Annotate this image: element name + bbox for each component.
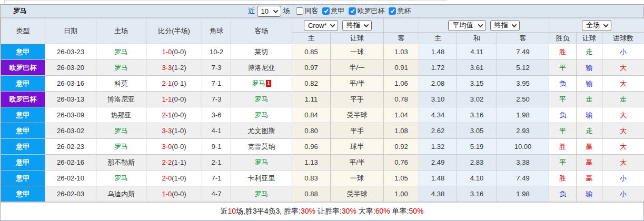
result-goals-cell: 小 <box>602 170 644 186</box>
date-cell: 26-03-16 <box>45 76 96 92</box>
summary-part: 单率: <box>390 207 409 215</box>
table-header-top-row: 类型 日期 主场 比分(半场) 角球 客场 Crow* 终指 <box>1 18 644 33</box>
away-team-cell: 莱切 <box>231 44 292 60</box>
checkbox-checked-icon[interactable] <box>349 7 356 15</box>
crow-away-odds: 1.04 <box>384 107 419 123</box>
result-wdl-cell: 胜 <box>549 170 577 186</box>
halftime-score: (0-1) <box>172 79 186 87</box>
avg-away-odds: 5.12 <box>497 60 549 76</box>
chevron-down-icon <box>364 22 369 27</box>
recent-count-select[interactable]: 10 <box>257 6 281 17</box>
match-history-table: 类型 日期 主场 比分(半场) 角球 客场 Crow* 终指 <box>1 18 644 202</box>
bookmaker-select[interactable]: Crow* <box>304 20 338 31</box>
recent-count-value: 10 <box>261 7 269 15</box>
date-cell: 26-03-20 <box>45 60 96 76</box>
checkbox-checked-icon[interactable] <box>322 7 330 15</box>
sub-header-avg-away: 客 <box>497 33 549 44</box>
recent-matches-link[interactable]: 近 <box>248 6 255 16</box>
result-goals-cell: 大 <box>602 60 644 76</box>
home-team-cell: 罗马 <box>96 60 146 76</box>
result-wdl-cell: 平 <box>549 155 577 170</box>
sub-header-result-handicap: 让球 <box>577 33 602 44</box>
crow-home-odds: 0.97 <box>292 60 331 76</box>
home-team-cell: 罗马 <box>96 123 146 139</box>
date-cell: 26-03-13 <box>45 92 96 107</box>
result-handicap-cell: 输 <box>577 107 602 123</box>
handicap-cell: 受半球 <box>331 107 384 123</box>
result-wdl-cell: 负 <box>549 76 577 92</box>
filter-checkbox[interactable]: 同客 <box>296 6 319 16</box>
away-team-cell: 卡利亚里 <box>231 170 292 186</box>
fulltime-score: 3-3 <box>162 127 172 135</box>
result-handicap-cell: 输 <box>577 60 602 76</box>
filter-checkbox[interactable]: 意杯 <box>389 6 411 16</box>
away-team-cell: 罗马 <box>231 155 292 170</box>
summary-part: 50% <box>409 207 423 215</box>
match-row: 欧罗巴杯26-03-20罗马3-3(1-2)7-3博洛尼亚0.97半/一0.91… <box>1 60 644 76</box>
avg-home-odds: 1.48 <box>419 170 457 186</box>
average-select[interactable]: 平均值 <box>448 20 486 31</box>
result-goals-cell: 走 <box>602 92 644 107</box>
away-team-cell: 罗马 <box>231 92 292 107</box>
corners-cell: 4-1 <box>202 123 231 139</box>
summary-part: 近 <box>221 207 228 215</box>
filter-group: 同客意甲欧罗巴杯意杯 <box>292 6 411 16</box>
corners-cell: 7-1 <box>202 76 231 92</box>
result-goals-cell: 大 <box>602 139 644 155</box>
fulltime-score: 1-0 <box>162 190 172 198</box>
date-cell: 26-03-23 <box>45 44 96 60</box>
full-match-select[interactable]: 全场 <box>582 20 611 31</box>
away-team-cell: 罗马1 <box>231 76 292 92</box>
avg-away-odds: 2.50 <box>497 92 549 107</box>
corners-cell: 7-1 <box>202 170 231 186</box>
empty-header-cell <box>384 18 419 33</box>
check-icon <box>350 8 354 13</box>
result-goals-cell: 小 <box>602 44 644 60</box>
result-handicap-cell: 走 <box>577 44 602 60</box>
match-row: 意甲26-02-23罗马3-0(0-0)9-1克雷莫纳0.96球半0.921.3… <box>1 139 644 155</box>
chevron-down-icon <box>330 22 335 27</box>
result-wdl-cell: 负 <box>549 186 577 202</box>
league-cell: 意甲 <box>1 123 45 139</box>
handicap-cell: 一球 <box>331 44 384 60</box>
result-wdl-cell: 平 <box>549 123 577 139</box>
result-handicap-cell: 走 <box>577 123 602 139</box>
league-cell: 意甲 <box>1 76 45 92</box>
fulltime-score: 2-1 <box>162 79 172 87</box>
avg-draw-odds: 3.02 <box>457 92 497 107</box>
corners-cell: 7-3 <box>202 92 231 107</box>
halftime-score: (1-2) <box>172 64 186 72</box>
avg-home-odds: 1.72 <box>419 60 457 76</box>
chevron-down-icon <box>511 22 517 27</box>
crow-away-odds: 1.05 <box>384 170 419 186</box>
bookmaker-select-header: Crow* 终指 <box>292 18 384 33</box>
avg-away-odds: 7.49 <box>497 170 549 186</box>
filter-checkbox[interactable]: 欧罗巴杯 <box>349 6 385 16</box>
result-goals-cell: 大 <box>602 107 644 123</box>
match-row: 意甲26-03-02罗马3-3(1-0)4-1尤文图斯0.80平手1.082.6… <box>1 123 644 139</box>
checkbox-unchecked-icon[interactable] <box>296 7 303 15</box>
score-cell: 2-1(0-0) <box>146 107 202 123</box>
sub-header-crow-home: 主 <box>292 33 331 44</box>
chevron-down-icon <box>273 8 278 13</box>
corners-cell: 2-1 <box>202 155 231 170</box>
league-cell: 意甲 <box>1 170 45 186</box>
match-row: 欧罗巴杯26-03-13博洛尼亚1-1(0-0)7-3罗马1.11平手0.783… <box>1 92 644 107</box>
avg-draw-odds: 3.05 <box>457 123 497 139</box>
filter-checkbox[interactable]: 意甲 <box>322 6 345 16</box>
avg-home-odds: 4.34 <box>419 107 457 123</box>
avg-away-odds: 1.98 <box>497 186 549 202</box>
league-cell: 欧罗巴杯 <box>1 92 45 107</box>
average-final-select[interactable]: 终指 <box>490 20 520 31</box>
avg-draw-odds: 3.16 <box>457 186 497 202</box>
check-icon <box>390 8 394 13</box>
halftime-score: (0-0) <box>172 111 186 119</box>
checkbox-checked-icon[interactable] <box>389 7 396 15</box>
corners-cell: 10-2 <box>202 44 231 60</box>
bookmaker-final-select[interactable]: 终指 <box>342 20 372 31</box>
match-history-panel: 罗马 近 10 场 同客意甲欧罗巴杯意杯 类型 日期 主场 比分(半场) <box>0 4 644 221</box>
score-cell: 1-0(0-0) <box>146 186 202 202</box>
handicap-cell: 平/半 <box>331 155 384 170</box>
average-select-header: 平均值 终指 <box>419 18 549 33</box>
league-cell: 意甲 <box>1 186 45 202</box>
